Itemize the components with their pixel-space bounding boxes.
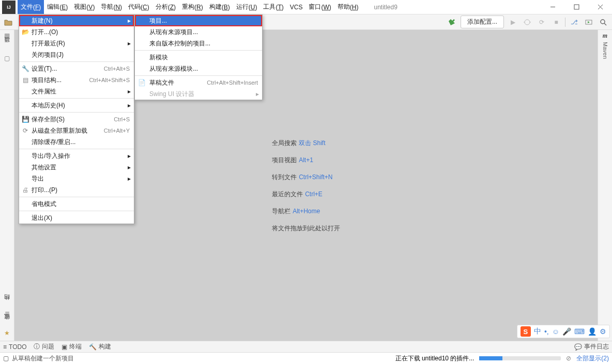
stop-icon[interactable]: ■ (550, 17, 562, 28)
status-downloading: 正在下载 untitled10 的插件... (395, 354, 475, 363)
run-icon[interactable]: ▶ (507, 17, 518, 28)
file-properties[interactable]: 文件属性▸ (19, 86, 134, 97)
project-tool-icon[interactable]: ▦ (4, 32, 10, 39)
file-print[interactable]: 🖨 打印...(P) (19, 184, 134, 196)
menu-file[interactable]: 文件(F) (18, 0, 44, 14)
new-submenu-dropdown: 项目... 从现有来源项目... 来自版本控制的项目... 新模块 从现有来源模… (134, 14, 263, 100)
svg-point-4 (525, 20, 530, 25)
sogou-logo-icon: S (521, 326, 531, 337)
bottom-tool-bar: ≡TODO ⓘ问题 ▣终端 🔨构建 💬事件日志 (0, 341, 612, 352)
problems-tool[interactable]: ⓘ问题 (34, 342, 54, 351)
todo-tool[interactable]: ≡TODO (3, 343, 26, 351)
menu-edit[interactable]: 编辑(E) (44, 0, 71, 14)
close-button[interactable] (588, 0, 612, 14)
app-icon: IJ (2, 1, 16, 14)
search-icon[interactable] (598, 17, 609, 28)
file-export-import[interactable]: 导出/导入操作▸ (19, 150, 134, 162)
reload-icon: ⟳ (21, 126, 29, 135)
file-clear-cache[interactable]: 清除缓存/重启... (19, 136, 134, 148)
menu-build[interactable]: 构建(B) (206, 0, 233, 14)
ime-user-icon[interactable]: 👤 (588, 327, 596, 336)
file-export[interactable]: 导出▸ (19, 173, 134, 184)
file-save-all[interactable]: 💾 保存全部(S)Ctrl+S (19, 114, 134, 125)
add-configuration-button[interactable]: 添加配置... (461, 15, 504, 28)
new-project-from-vcs[interactable]: 来自版本控制的项目... (135, 38, 262, 49)
new-scratch[interactable]: 📄 草稿文件Ctrl+Alt+Shift+Insert (135, 77, 262, 88)
new-project[interactable]: 项目... (135, 15, 262, 26)
structure-icon: ▤ (21, 76, 29, 84)
menu-tools[interactable]: 工具(T) (260, 0, 286, 14)
status-message: 从草稿创建一个新项目 (12, 354, 74, 363)
run-config-icon[interactable] (583, 17, 594, 28)
folder-icon[interactable]: ▢ (4, 55, 10, 62)
open-folder-icon: 📂 (21, 28, 29, 36)
menu-analyze[interactable]: 分析(Z) (152, 0, 179, 14)
menu-refactor[interactable]: 重构(R) (179, 0, 206, 14)
new-module[interactable]: 新模块 (135, 52, 262, 63)
ime-settings-icon[interactable]: ⚙ (600, 327, 606, 336)
menu-run[interactable]: 运行(U) (233, 0, 261, 14)
ime-emoji-icon[interactable]: ☺ (552, 327, 559, 336)
menu-help[interactable]: 帮助(H) (334, 0, 362, 14)
file-exit[interactable]: 退出(X) (19, 212, 134, 224)
menu-vcs[interactable]: VCS (287, 0, 306, 14)
open-icon[interactable] (2, 17, 14, 28)
maven-tool-label[interactable]: Maven (602, 42, 608, 59)
ime-punct-icon[interactable]: •, (544, 327, 549, 336)
status-window-icon[interactable]: ▢ (3, 355, 9, 362)
svg-point-9 (601, 20, 605, 24)
menu-view[interactable]: 视图(V) (71, 0, 98, 14)
new-module-from-sources[interactable]: 从现有来源模块... (135, 63, 262, 74)
terminal-icon: ▣ (62, 343, 67, 351)
menu-bar: 文件(F) 编辑(E) 视图(V) 导航(N) 代码(C) 分析(Z) 重构(R… (18, 0, 361, 14)
coverage-icon[interactable]: ⟳ (536, 17, 547, 28)
build-icon[interactable] (446, 17, 457, 28)
ime-lang[interactable]: 中 (534, 327, 541, 336)
menu-navigate[interactable]: 导航(N) (98, 0, 125, 14)
file-menu-dropdown: 新建(N)▸ 📂 打开...(O) 打开最近(R)▸ 关闭项目(J) 🔧 设置(… (19, 14, 134, 224)
cancel-download-icon[interactable]: ⊘ (566, 355, 571, 362)
project-title: untitled9 (374, 4, 397, 11)
ime-tray[interactable]: S 中 •, ☺ 🎤 ⌨ 👤 ⚙ (517, 325, 610, 338)
file-power-save[interactable]: 省电模式 (19, 198, 134, 210)
scratch-icon: 📄 (138, 79, 146, 86)
titlebar: IJ 文件(F) 编辑(E) 视图(V) 导航(N) 代码(C) 分析(Z) 重… (0, 0, 612, 14)
wrench-icon: 🔧 (21, 65, 29, 73)
file-close-project[interactable]: 关闭项目(J) (19, 49, 134, 60)
window-controls (541, 0, 612, 14)
new-project-from-sources[interactable]: 从现有来源项目... (135, 26, 262, 38)
menu-code[interactable]: 代码(C) (125, 0, 152, 14)
left-tool-gutter: ▦ 项目 ▢ 结构 ≣ 收藏 ★ (0, 30, 14, 341)
menu-window[interactable]: 窗口(W) (305, 0, 334, 14)
file-project-structure[interactable]: ▤ 项目结构...Ctrl+Alt+Shift+S (19, 74, 134, 86)
file-settings[interactable]: 🔧 设置(T)...Ctrl+Alt+S (19, 63, 134, 74)
file-other-settings[interactable]: 其他设置▸ (19, 162, 134, 173)
maximize-button[interactable] (564, 0, 588, 14)
svg-marker-8 (588, 21, 590, 23)
hammer-icon: 🔨 (89, 343, 97, 351)
file-local-history[interactable]: 本地历史(H)▸ (19, 100, 134, 111)
maven-icon[interactable]: m (603, 32, 607, 40)
file-open-recent[interactable]: 打开最近(R)▸ (19, 38, 134, 49)
minimize-button[interactable] (541, 0, 564, 14)
download-progress (479, 356, 561, 360)
right-tool-gutter: m Maven (598, 30, 612, 341)
status-bar: ▢ 从草稿创建一个新项目 正在下载 untitled10 的插件... ⊘ 全部… (0, 352, 612, 364)
file-reload[interactable]: ⟳ 从磁盘全部重新加载Ctrl+Alt+Y (19, 125, 134, 136)
git-icon[interactable]: ⎇ (569, 17, 580, 28)
build-tool[interactable]: 🔨构建 (89, 342, 111, 351)
debug-icon[interactable] (522, 17, 533, 28)
terminal-tool[interactable]: ▣终端 (62, 342, 82, 351)
ime-keyboard-icon[interactable]: ⌨ (574, 327, 585, 336)
bottom-bars: ≡TODO ⓘ问题 ▣终端 🔨构建 💬事件日志 ▢ 从草稿创建一个新项目 正在下… (0, 341, 612, 364)
favorites-tool-icon[interactable]: ★ (4, 329, 10, 337)
show-all-link[interactable]: 全部显示(2) (576, 354, 609, 363)
file-new[interactable]: 新建(N)▸ (19, 15, 134, 26)
ime-mic-icon[interactable]: 🎤 (562, 327, 571, 336)
structure-tool-icon[interactable]: ≣ (5, 310, 10, 317)
new-swing-ui[interactable]: Swing UI 设计器▸ (135, 88, 262, 100)
save-icon: 💾 (21, 115, 29, 123)
event-log-tool[interactable]: 💬事件日志 (574, 342, 609, 351)
file-open[interactable]: 📂 打开...(O) (19, 26, 134, 38)
welcome-hints: 全局搜索 双击 Shift 项目视图 Alt+1 转到文件 Ctrl+Shift… (272, 131, 340, 240)
